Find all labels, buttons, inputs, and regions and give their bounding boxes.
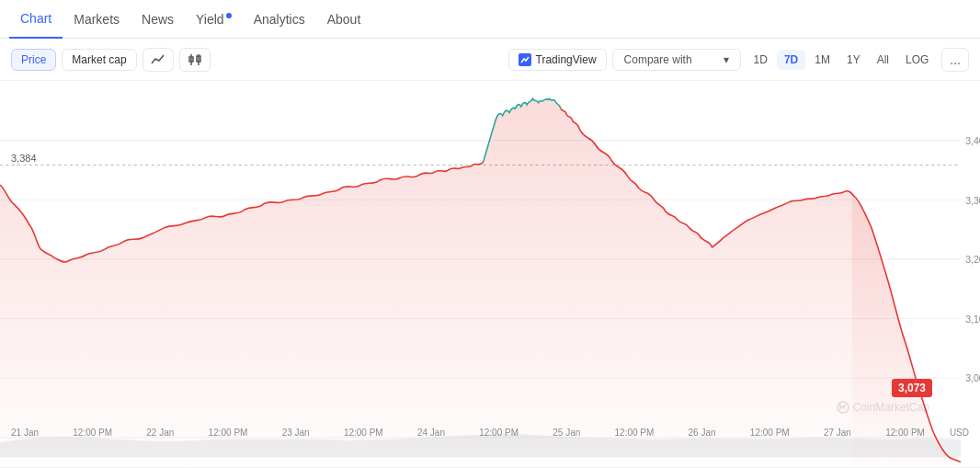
timeframe-all[interactable]: All [870,50,896,70]
tab-markets-label: Markets [74,12,120,27]
watermark-label: CoinMarketCap [853,401,929,414]
tradingview-label: TradingView [536,53,597,66]
current-price-value: 3,073 [898,382,926,394]
tab-news[interactable]: News [131,0,185,39]
timeframe-1y[interactable]: 1Y [839,50,868,70]
tab-chart[interactable]: Chart [9,0,63,39]
open-price-label: 3,384 [11,153,37,164]
tab-yield[interactable]: Yield [185,0,243,39]
compare-label: Compare with [624,53,692,66]
svg-text:3,400: 3,400 [965,135,980,146]
chevron-down-icon: ▾ [724,53,729,66]
tab-bar: Chart Markets News Yield Analytics About [0,0,980,39]
timeframe-7d[interactable]: 7D [777,50,805,70]
main-container: Chart Markets News Yield Analytics About… [0,0,980,468]
tab-about-label: About [327,12,361,27]
chart-toolbar: Price Market cap TradingView [0,39,980,81]
line-chart-button[interactable] [142,48,174,72]
tradingview-icon [518,53,531,66]
yield-dot [226,13,232,18]
open-price-value: 3,384 [11,153,37,164]
tab-news-label: News [142,12,174,27]
currency-label: USD [950,428,969,438]
svg-text:3,100: 3,100 [965,314,980,325]
svg-text:3,300: 3,300 [965,194,980,205]
tab-analytics[interactable]: Analytics [243,0,316,39]
timeframe-log[interactable]: LOG [898,50,936,70]
price-chart-svg: 3,400 3,300 3,200 3,100 3,000 [0,81,980,467]
tradingview-button[interactable]: TradingView [508,49,607,71]
svg-text:3,000: 3,000 [965,372,980,383]
market-cap-button[interactable]: Market cap [62,49,136,71]
price-button[interactable]: Price [11,49,56,71]
chart-area: 3,400 3,300 3,200 3,100 3,000 3,384 3,07… [0,81,980,467]
more-options-button[interactable]: ... [941,48,969,72]
tab-about[interactable]: About [316,0,372,39]
market-cap-label: Market cap [72,53,126,66]
current-price-badge: 3,073 [892,379,932,397]
timeframe-1d[interactable]: 1D [746,50,775,70]
currency-value: USD [950,428,969,438]
candlestick-button[interactable] [179,48,211,72]
x-axis: 21 Jan 12:00 PM 22 Jan 12:00 PM 23 Jan 1… [0,428,932,438]
tab-yield-label: Yield [196,12,224,27]
more-options-label: ... [950,52,961,67]
svg-text:3,200: 3,200 [965,254,980,265]
price-label: Price [21,53,46,66]
compare-button[interactable]: Compare with ▾ [612,49,741,71]
timeframe-1m[interactable]: 1M [807,50,838,70]
tab-markets[interactable]: Markets [63,0,131,39]
timeframe-group: 1D 7D 1M 1Y All LOG [746,50,937,70]
watermark: CoinMarketCap [837,401,929,414]
tab-chart-label: Chart [20,11,51,26]
tab-analytics-label: Analytics [254,12,305,27]
